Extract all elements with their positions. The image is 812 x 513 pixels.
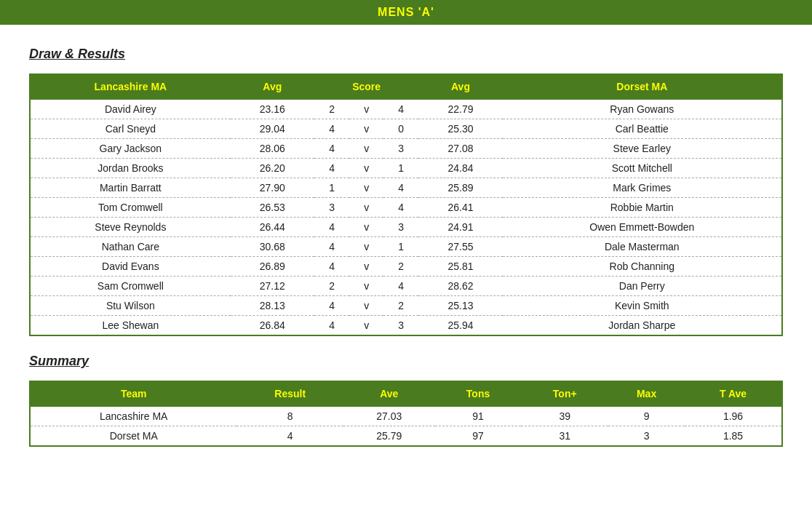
t-ave-cell: 1.85 (685, 426, 782, 447)
avg2-cell: 27.55 (418, 237, 502, 257)
avg1-cell: 27.12 (231, 277, 314, 296)
header-bar: MENS 'A' (0, 0, 812, 25)
player1-cell: Carl Sneyd (30, 119, 231, 139)
table-row: Steve Reynolds 26.44 4 v 3 24.91 Owen Em… (30, 218, 782, 237)
table-row: Lee Shewan 26.84 4 v 3 25.94 Jordan Shar… (30, 316, 782, 336)
score2-cell: 3 (383, 139, 418, 159)
table-row: Martin Barratt 27.90 1 v 4 25.89 Mark Gr… (30, 178, 782, 198)
score1-cell: 1 (314, 178, 349, 198)
score2-cell: 3 (383, 218, 418, 237)
table-row: Nathan Care 30.68 4 v 1 27.55 Dale Maste… (30, 237, 782, 257)
avg1-cell: 26.20 (231, 159, 314, 178)
avg1-cell: 28.06 (231, 139, 314, 159)
score2-cell: 1 (383, 159, 418, 178)
table-row: Gary Jackson 28.06 4 v 3 27.08 Steve Ear… (30, 139, 782, 159)
vs-cell: v (349, 237, 383, 257)
t-ave-cell: 1.96 (685, 406, 782, 426)
player2-cell: Kevin Smith (503, 296, 782, 316)
avg2-cell: 28.62 (418, 277, 502, 296)
col-score: Score (314, 74, 418, 99)
vs-cell: v (349, 316, 383, 336)
avg2-cell: 25.30 (418, 119, 502, 139)
avg2-cell: 27.08 (418, 139, 502, 159)
table-row: Stu Wilson 28.13 4 v 2 25.13 Kevin Smith (30, 296, 782, 316)
avg2-cell: 25.13 (418, 296, 502, 316)
table-row: David Airey 23.16 2 v 4 22.79 Ryan Gowan… (30, 99, 782, 119)
table-row: Carl Sneyd 29.04 4 v 0 25.30 Carl Beatti… (30, 119, 782, 139)
player2-cell: Mark Grimes (503, 178, 782, 198)
result-cell: 8 (236, 406, 343, 426)
avg2-cell: 25.89 (418, 178, 502, 198)
team-cell: Lancashire MA (30, 406, 236, 426)
score2-cell: 2 (383, 296, 418, 316)
player2-cell: Jordan Sharpe (503, 316, 782, 336)
score1-cell: 4 (314, 218, 349, 237)
score2-cell: 3 (383, 316, 418, 336)
vs-cell: v (349, 277, 383, 296)
col-result: Result (236, 381, 343, 406)
team-cell: Dorset MA (30, 426, 236, 447)
main-content: Draw & Results Lancashire MA Avg Score A… (0, 25, 812, 479)
score2-cell: 1 (383, 237, 418, 257)
col-ton-plus: Ton+ (521, 381, 608, 406)
avg1-cell: 26.44 (231, 218, 314, 237)
max-cell: 3 (608, 426, 685, 447)
table-row: Jordan Brooks 26.20 4 v 1 24.84 Scott Mi… (30, 159, 782, 178)
player2-cell: Scott Mitchell (503, 159, 782, 178)
avg1-cell: 26.84 (231, 316, 314, 336)
col-avg2: Avg (418, 74, 502, 99)
result-cell: 4 (236, 426, 343, 447)
draw-results-table: Lancashire MA Avg Score Avg Dorset MA Da… (29, 73, 783, 336)
table-row: Dorset MA 4 25.79 97 31 3 1.85 (30, 426, 782, 447)
score1-cell: 4 (314, 139, 349, 159)
col-tons: Tons (435, 381, 522, 406)
avg1-cell: 26.53 (231, 198, 314, 218)
ave-cell: 25.79 (343, 426, 435, 447)
col-ave: Ave (343, 381, 435, 406)
player1-cell: Jordan Brooks (30, 159, 231, 178)
vs-cell: v (349, 139, 383, 159)
vs-cell: v (349, 159, 383, 178)
avg1-cell: 28.13 (231, 296, 314, 316)
vs-cell: v (349, 198, 383, 218)
score2-cell: 0 (383, 119, 418, 139)
avg2-cell: 24.84 (418, 159, 502, 178)
draw-results-title: Draw & Results (29, 47, 783, 62)
avg2-cell: 25.94 (418, 316, 502, 336)
col-avg1: Avg (231, 74, 314, 99)
score1-cell: 3 (314, 198, 349, 218)
score1-cell: 4 (314, 119, 349, 139)
player2-cell: Steve Earley (503, 139, 782, 159)
player2-cell: Rob Channing (503, 257, 782, 277)
player1-cell: Sam Cromwell (30, 277, 231, 296)
max-cell: 9 (608, 406, 685, 426)
score2-cell: 4 (383, 178, 418, 198)
player1-cell: Nathan Care (30, 237, 231, 257)
player1-cell: Gary Jackson (30, 139, 231, 159)
avg2-cell: 24.91 (418, 218, 502, 237)
col-max: Max (608, 381, 685, 406)
vs-cell: v (349, 119, 383, 139)
col-t-ave: T Ave (685, 381, 782, 406)
draw-results-header-row: Lancashire MA Avg Score Avg Dorset MA (30, 74, 782, 99)
player2-cell: Carl Beattie (503, 119, 782, 139)
summary-header-row: Team Result Ave Tons Ton+ Max T Ave (30, 381, 782, 406)
avg1-cell: 23.16 (231, 99, 314, 119)
score1-cell: 4 (314, 159, 349, 178)
ton-plus-cell: 31 (521, 426, 608, 447)
col-team1: Lancashire MA (30, 74, 231, 99)
avg1-cell: 29.04 (231, 119, 314, 139)
score2-cell: 2 (383, 257, 418, 277)
summary-table: Team Result Ave Tons Ton+ Max T Ave Lanc… (29, 381, 783, 447)
player1-cell: Stu Wilson (30, 296, 231, 316)
player2-cell: Owen Emmett-Bowden (503, 218, 782, 237)
player1-cell: Lee Shewan (30, 316, 231, 336)
player2-cell: Dan Perry (503, 277, 782, 296)
player1-cell: Martin Barratt (30, 178, 231, 198)
vs-cell: v (349, 178, 383, 198)
player2-cell: Dale Masterman (503, 237, 782, 257)
player1-cell: Steve Reynolds (30, 218, 231, 237)
ave-cell: 27.03 (343, 406, 435, 426)
col-team: Team (30, 381, 236, 406)
player1-cell: Tom Cromwell (30, 198, 231, 218)
